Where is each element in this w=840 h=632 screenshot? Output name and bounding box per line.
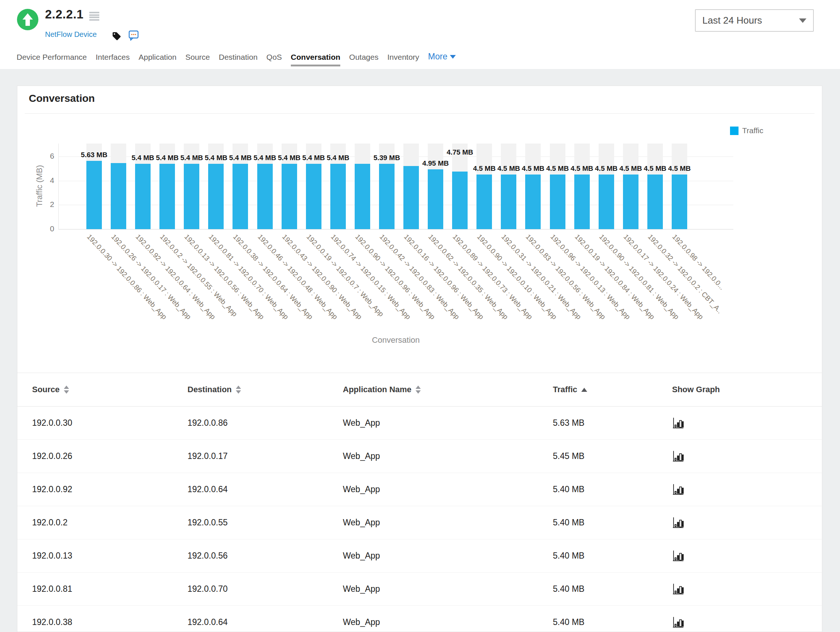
tab-conversation[interactable]: Conversation xyxy=(291,53,340,66)
column-header-show-graph: Show Graph xyxy=(672,385,822,394)
column-header-source[interactable]: Source xyxy=(32,385,188,394)
traffic-bar[interactable] xyxy=(501,175,516,229)
chevron-down-icon xyxy=(799,19,807,23)
tab-more[interactable]: More xyxy=(428,52,456,66)
traffic-bar[interactable] xyxy=(550,175,565,229)
traffic-bar[interactable] xyxy=(330,164,346,229)
table-header-row: SourceDestinationApplication NameTraffic… xyxy=(17,373,822,407)
cell-traffic: 5.40 MB xyxy=(553,584,672,594)
y-tick-label: 4 xyxy=(32,176,54,185)
cell-source: 192.0.0.2 xyxy=(32,518,188,528)
traffic-bar[interactable] xyxy=(647,175,663,229)
bar-value-label: 4.5 MB xyxy=(654,165,705,173)
cell-destination: 192.0.0.86 xyxy=(188,418,343,428)
cell-source: 192.0.0.81 xyxy=(32,584,188,594)
traffic-bar[interactable] xyxy=(159,164,175,229)
cell-source: 192.0.0.92 xyxy=(32,484,188,494)
cell-traffic: 5.40 MB xyxy=(553,484,672,494)
nav-tabs: Device PerformanceInterfacesApplicationS… xyxy=(17,52,456,66)
traffic-bar[interactable] xyxy=(428,169,443,229)
traffic-bar[interactable] xyxy=(379,164,395,229)
tab-source[interactable]: Source xyxy=(185,53,210,66)
table-row: 192.0.0.81192.0.0.70Web_App5.40 MB xyxy=(17,573,822,606)
traffic-bar[interactable] xyxy=(403,166,419,229)
tag-icon[interactable] xyxy=(112,32,122,41)
traffic-bar[interactable] xyxy=(623,175,638,229)
table-row: 192.0.0.30192.0.0.86Web_App5.63 MB xyxy=(17,407,822,440)
tab-qos[interactable]: QoS xyxy=(267,53,282,66)
cell-application: Web_App xyxy=(343,518,553,528)
traffic-bar[interactable] xyxy=(355,164,370,229)
traffic-bar[interactable] xyxy=(598,175,614,229)
column-header-traffic[interactable]: Traffic xyxy=(553,385,672,394)
cell-destination: 192.0.0.55 xyxy=(188,518,343,528)
traffic-bar[interactable] xyxy=(111,163,126,229)
traffic-bar[interactable] xyxy=(232,164,248,229)
x-axis-title: Conversation xyxy=(58,336,733,345)
cell-application: Web_App xyxy=(343,584,553,594)
cell-traffic: 5.40 MB xyxy=(553,617,672,627)
tab-device-performance[interactable]: Device Performance xyxy=(17,53,87,66)
cell-source: 192.0.0.13 xyxy=(32,551,188,561)
traffic-bar-chart: Traffic Traffic (MB) Conversation 02465.… xyxy=(17,86,822,370)
sort-asc-icon[interactable] xyxy=(581,388,587,392)
traffic-bar[interactable] xyxy=(257,164,273,229)
show-graph-icon[interactable] xyxy=(672,450,685,463)
tab-destination[interactable]: Destination xyxy=(219,53,257,66)
sort-icon[interactable] xyxy=(415,386,421,394)
traffic-bar[interactable] xyxy=(477,175,492,229)
column-label: Destination xyxy=(188,385,232,394)
sort-icon[interactable] xyxy=(236,386,241,394)
legend-label: Traffic xyxy=(742,126,763,135)
table-row: 192.0.0.2192.0.0.55Web_App5.40 MB xyxy=(17,506,822,539)
traffic-bar[interactable] xyxy=(135,164,151,229)
comment-icon[interactable] xyxy=(128,30,139,41)
cell-application: Web_App xyxy=(343,617,553,627)
traffic-bar[interactable] xyxy=(672,175,687,229)
netflow-device-link[interactable]: NetFlow Device xyxy=(45,30,97,39)
time-range-select[interactable]: Last 24 Hours xyxy=(695,9,814,32)
show-graph-icon[interactable] xyxy=(672,616,685,629)
column-label: Show Graph xyxy=(672,385,720,394)
page: 2.2.2.1 NetFlow Device Last 24 Hours xyxy=(0,0,840,632)
cell-destination: 192.0.0.56 xyxy=(188,551,343,561)
traffic-bar[interactable] xyxy=(86,161,102,229)
cell-traffic: 5.45 MB xyxy=(553,451,672,461)
y-tick-label: 0 xyxy=(32,224,54,233)
cell-traffic: 5.40 MB xyxy=(553,551,672,561)
column-label: Traffic xyxy=(553,385,577,394)
column-header-destination[interactable]: Destination xyxy=(188,385,343,394)
sort-icon[interactable] xyxy=(64,386,69,394)
table-row: 192.0.0.13192.0.0.56Web_App5.40 MB xyxy=(17,539,822,573)
legend-swatch xyxy=(730,126,739,135)
hamburger-menu-icon[interactable] xyxy=(89,12,99,20)
column-header-application-name[interactable]: Application Name xyxy=(343,385,553,394)
tab-interfaces[interactable]: Interfaces xyxy=(96,53,129,66)
traffic-bar[interactable] xyxy=(184,164,199,229)
topbar: 2.2.2.1 NetFlow Device Last 24 Hours xyxy=(0,0,840,69)
table-row: 192.0.0.26192.0.0.17Web_App5.45 MB xyxy=(17,440,822,473)
show-graph-icon[interactable] xyxy=(672,417,685,429)
cell-traffic: 5.40 MB xyxy=(553,518,672,528)
traffic-bar[interactable] xyxy=(208,164,224,229)
time-range-value: Last 24 Hours xyxy=(702,15,762,26)
traffic-bar[interactable] xyxy=(452,172,467,229)
show-graph-icon[interactable] xyxy=(672,550,685,562)
show-graph-icon[interactable] xyxy=(672,517,685,529)
cell-application: Web_App xyxy=(343,451,553,461)
traffic-bar[interactable] xyxy=(525,175,541,229)
y-tick-label: 2 xyxy=(32,200,54,209)
gridline-0 xyxy=(58,229,733,230)
tab-outages[interactable]: Outages xyxy=(349,53,378,66)
chart-legend[interactable]: Traffic xyxy=(730,126,763,135)
traffic-bar[interactable] xyxy=(306,164,322,229)
column-label: Application Name xyxy=(343,385,412,394)
traffic-bar[interactable] xyxy=(574,175,590,229)
tab-inventory[interactable]: Inventory xyxy=(387,53,419,66)
traffic-bar[interactable] xyxy=(282,164,297,229)
show-graph-icon[interactable] xyxy=(672,583,685,596)
device-up-status-icon xyxy=(17,8,39,31)
show-graph-icon[interactable] xyxy=(672,483,685,496)
tab-application[interactable]: Application xyxy=(138,53,177,66)
device-title: 2.2.2.1 xyxy=(45,7,84,21)
